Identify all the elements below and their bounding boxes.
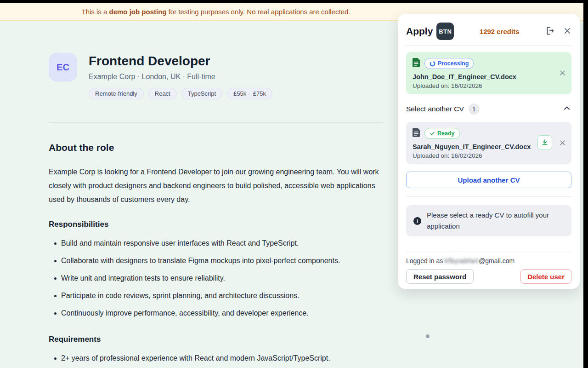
panel-divider [406, 196, 571, 197]
apply-extension-panel: Apply BTN 1292 credits [398, 14, 580, 289]
download-cv-button[interactable] [537, 135, 552, 150]
page-viewport: This is a demo job posting for testing p… [0, 3, 583, 368]
list-item: Collaborate with designers to translate … [49, 255, 384, 266]
remove-cv-button[interactable] [559, 69, 566, 78]
page-title: Frontend Developer [89, 53, 387, 69]
responsibilities-list: Build and maintain responsive user inter… [49, 238, 384, 319]
info-icon: i [413, 217, 421, 225]
about-heading: About the role [49, 141, 384, 154]
close-icon [559, 69, 566, 78]
tag-remote: Remote-friendly [89, 88, 144, 99]
tag-salary: £55k – £75k [227, 88, 272, 99]
logged-in-status: Logged in as kfbyiabfait@gmail.com [406, 257, 571, 264]
banner-text-prefix: This is a [82, 8, 109, 16]
panel-divider [406, 45, 571, 46]
list-item: 2+ years of professional experience with… [49, 353, 384, 364]
delete-user-button[interactable]: Delete user [520, 269, 571, 284]
status-badge-processing: Processing [424, 58, 474, 69]
check-icon [430, 131, 435, 136]
job-header: Frontend Developer Example Corp · London… [89, 53, 387, 99]
list-item: Continuously improve performance, access… [49, 308, 384, 319]
upload-another-cv-button[interactable]: Upload another CV [406, 172, 571, 188]
close-icon [563, 27, 571, 36]
reset-password-button[interactable]: Reset password [406, 269, 474, 284]
logout-button[interactable] [545, 26, 555, 37]
company-avatar: EC [49, 53, 77, 81]
list-item: Write unit and integration tests to ensu… [49, 273, 384, 284]
brand-badge: BTN [436, 23, 454, 40]
download-icon [541, 139, 548, 146]
status-badge-label: Ready [437, 130, 455, 137]
banner-text-bold: demo job posting [109, 8, 167, 16]
cv-upload-date: Uploaded on: 16/02/2026 [413, 152, 565, 159]
brand-name: Apply [406, 26, 433, 37]
info-message-box: i Please select a ready CV to autofill y… [406, 205, 571, 236]
info-message-text: Please select a ready CV to autofill you… [427, 210, 564, 232]
credits-counter: 1292 credits [454, 28, 545, 35]
status-badge-ready: Ready [424, 128, 460, 139]
list-item: Build and maintain responsive user inter… [49, 238, 384, 249]
account-actions: Reset password Delete user [406, 269, 571, 284]
company-avatar-initials: EC [57, 62, 69, 73]
cv-card-primary[interactable]: Processing John_Doe_IT_Engineer_CV.docx … [406, 52, 571, 94]
job-tags: Remote-friendly React TypeScript £55k – … [89, 88, 387, 99]
remove-cv-button[interactable] [559, 139, 566, 148]
about-paragraph: Example Corp is looking for a Frontend D… [49, 165, 384, 207]
document-icon [413, 128, 420, 139]
cv-card-secondary[interactable]: Ready Sarah_Nguyen_IT_Engineer_CV.docx U… [406, 122, 571, 164]
close-panel-button[interactable] [563, 27, 571, 36]
requirements-heading: Requirements [49, 334, 384, 345]
requirements-list: 2+ years of professional experience with… [49, 353, 384, 364]
tag-react: React [148, 88, 177, 99]
chevron-up-icon[interactable] [562, 104, 571, 115]
background-dot [426, 334, 430, 338]
logged-in-prefix: Logged in as [406, 257, 445, 264]
document-icon [413, 58, 420, 69]
tag-typescript: TypeScript [181, 88, 222, 99]
responsibilities-heading: Responsibilities [49, 219, 384, 230]
status-badge-label: Processing [438, 60, 469, 67]
masked-username: kfbyiabfait [445, 257, 479, 264]
select-another-cv-row[interactable]: Select another CV 1 [406, 104, 571, 115]
banner-text-suffix: for testing purposes only. No real appli… [167, 8, 351, 16]
cv-upload-date: Uploaded on: 16/02/2026 [413, 82, 565, 89]
select-another-cv-label: Select another CV [406, 105, 464, 113]
cv-filename: John_Doe_IT_Engineer_CV.docx [413, 73, 565, 80]
content-divider [49, 122, 384, 123]
close-icon [559, 139, 566, 148]
panel-divider [406, 252, 571, 252]
spinner-icon [430, 61, 435, 67]
logout-icon [545, 26, 555, 37]
cv-count-badge: 1 [469, 104, 480, 115]
job-subtitle: Example Corp · London, UK · Full-time [89, 73, 387, 81]
cv-status-row: Processing [413, 58, 565, 69]
job-description: About the role Example Corp is looking f… [49, 141, 384, 368]
list-item: Participate in code reviews, sprint plan… [49, 290, 384, 301]
panel-header: Apply BTN 1292 credits [406, 21, 571, 41]
logged-in-suffix: @gmail.com [479, 257, 514, 264]
